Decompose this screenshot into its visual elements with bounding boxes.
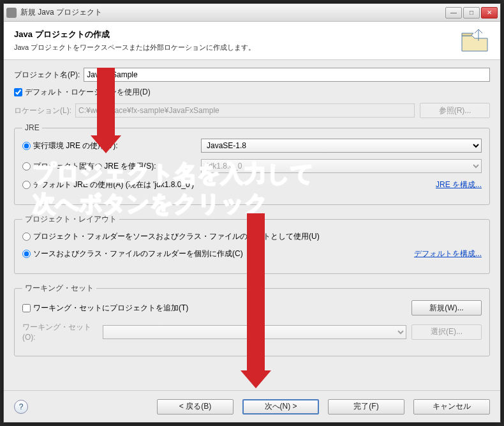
project-jre-select: jdk1.8.0_0 — [201, 159, 482, 173]
configure-jre-link[interactable]: JRE を構成... — [436, 179, 482, 190]
maximize-button[interactable]: □ — [463, 7, 480, 19]
same-folder-label: プロジェクト・フォルダーをソースおよびクラス・ファイルのルートとして使用(U) — [33, 231, 320, 242]
banner-heading: Java プロジェクトの作成 — [14, 29, 459, 40]
add-workingset-label: ワーキング・セットにプロジェクトを追加(T) — [33, 303, 188, 314]
dialog-window: 新規 Java プロジェクト — □ ✕ Java プロジェクトの作成 Java… — [3, 3, 501, 423]
window-controls: — □ ✕ — [445, 7, 498, 19]
configure-layout-link[interactable]: デフォルトを構成... — [414, 248, 482, 259]
minimize-button[interactable]: — — [445, 7, 462, 19]
window-title: 新規 Java プロジェクト — [20, 7, 445, 18]
close-button[interactable]: ✕ — [481, 7, 498, 19]
same-folder-radio[interactable] — [22, 232, 31, 241]
finish-button[interactable]: 完了(F) — [328, 399, 404, 415]
default-jre-label: デフォルト JRE の使用(A) (現在は 'jdk1.8.0_0') — [33, 179, 194, 190]
project-jre-radio[interactable] — [22, 162, 31, 171]
browse-button: 参照(R)... — [420, 103, 490, 118]
jre-group: JRE 実行環境 JRE の使用(V): JavaSE-1.8 プロジェクト固有… — [14, 123, 490, 205]
app-icon — [6, 8, 17, 18]
cancel-button[interactable]: キャンセル — [413, 399, 490, 415]
project-jre-label: プロジェクト固有の JRE を使用(S): — [33, 161, 156, 172]
workingset-group: ワーキング・セット ワーキング・セットにプロジェクトを追加(T) 新規(W)..… — [14, 283, 490, 356]
workingset-legend: ワーキング・セット — [22, 283, 96, 294]
project-name-input[interactable] — [84, 68, 490, 82]
separate-folder-radio[interactable] — [22, 250, 31, 258]
titlebar[interactable]: 新規 Java プロジェクト — □ ✕ — [4, 4, 500, 22]
workingset-select — [103, 325, 406, 339]
use-default-location-checkbox[interactable] — [14, 88, 22, 96]
add-workingset-checkbox[interactable] — [22, 304, 31, 312]
exec-env-radio[interactable] — [22, 142, 31, 150]
new-workingset-button[interactable]: 新規(W)... — [411, 300, 482, 316]
back-button[interactable]: < 戻る(B) — [157, 399, 233, 415]
exec-env-select[interactable]: JavaSE-1.8 — [201, 139, 482, 153]
layout-legend: プロジェクト・レイアウト — [22, 214, 119, 225]
workingset-select-label: ワーキング・セット(O): — [22, 322, 99, 342]
layout-group: プロジェクト・レイアウト プロジェクト・フォルダーをソースおよびクラス・ファイル… — [14, 214, 490, 274]
folder-icon — [459, 28, 490, 54]
use-default-location-label: デフォルト・ロケーションを使用(D) — [25, 87, 151, 98]
button-bar: ? < 戻る(B) 次へ(N) > 完了(F) キャンセル — [4, 390, 500, 422]
jre-legend: JRE — [22, 123, 42, 132]
exec-env-label: 実行環境 JRE の使用(V): — [33, 141, 118, 151]
next-button[interactable]: 次へ(N) > — [242, 399, 319, 415]
dialog-content: プロジェクト名(P): デフォルト・ロケーションを使用(D) ロケーション(L)… — [4, 60, 500, 390]
default-jre-radio[interactable] — [22, 181, 31, 189]
separate-folder-label: ソースおよびクラス・ファイルのフォルダーを個別に作成(C) — [33, 248, 243, 259]
location-input — [75, 103, 415, 118]
help-button[interactable]: ? — [14, 400, 28, 414]
banner-subtext: Java プロジェクトをワークスペースまたは外部ロケーションに作成します。 — [14, 43, 459, 52]
wizard-banner: Java プロジェクトの作成 Java プロジェクトをワークスペースまたは外部ロ… — [4, 22, 500, 60]
project-name-label: プロジェクト名(P): — [14, 70, 80, 80]
location-label: ロケーション(L): — [14, 105, 71, 116]
select-workingset-button: 選択(E)... — [411, 324, 482, 340]
